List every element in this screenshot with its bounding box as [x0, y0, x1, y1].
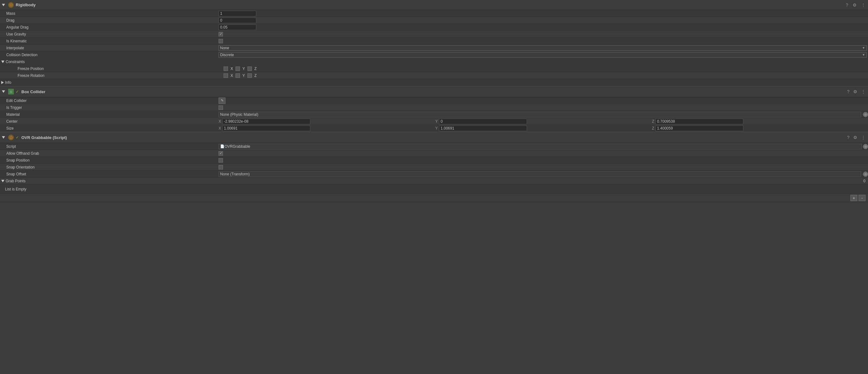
size-z-segment: Z [652, 126, 868, 131]
freeze-rot-x-checkbox[interactable] [224, 73, 228, 78]
freeze-rotation-value: X Y Z [224, 73, 868, 78]
center-y-input[interactable] [439, 118, 527, 124]
is-kinematic-checkbox[interactable] [219, 39, 223, 43]
rigidbody-help-icon[interactable]: ? [845, 2, 849, 8]
edit-collider-button[interactable]: ✎ [219, 98, 225, 104]
box-collider-more-icon[interactable]: ⋮ [861, 89, 866, 95]
constraints-arrow [1, 61, 4, 63]
interpolate-row: Interpolate None ▼ [0, 44, 868, 52]
freeze-position-label: Freeze Position [10, 67, 224, 71]
ovr-grabbable-icon: ⬡ [8, 135, 14, 140]
collision-detection-dropdown[interactable]: Discrete ▼ [219, 52, 867, 58]
constraints-toggle[interactable]: Constraints [1, 60, 25, 64]
info-header-row: Info [0, 79, 868, 86]
angular-drag-value-container [219, 25, 868, 30]
center-label: Center [5, 119, 219, 124]
rigidbody-collapse-arrow[interactable] [2, 4, 5, 6]
freeze-rotation-label: Freeze Rotation [10, 73, 224, 78]
collision-detection-arrow: ▼ [862, 53, 865, 57]
freeze-pos-x-checkbox[interactable] [224, 67, 228, 71]
mass-input[interactable] [219, 11, 256, 16]
constraints-label: Constraints [6, 60, 25, 64]
freeze-pos-y-checkbox[interactable] [236, 67, 240, 71]
center-z-label: Z [652, 119, 654, 124]
center-y-segment: Y [435, 118, 651, 124]
use-gravity-checkbox[interactable] [219, 32, 223, 36]
snap-orientation-value [219, 165, 868, 169]
ovr-grabbable-help-icon[interactable]: ? [846, 134, 850, 141]
interpolate-label: Interpolate [5, 46, 219, 50]
material-target-button[interactable]: ◎ [863, 112, 868, 117]
box-collider-enabled-check[interactable]: ✓ [16, 90, 19, 94]
size-y-input[interactable] [439, 126, 527, 131]
snap-offset-value-container: None (Transform) ◎ [219, 171, 868, 177]
interpolate-arrow: ▼ [862, 46, 865, 49]
freeze-rot-z-checkbox[interactable] [247, 73, 252, 78]
snap-position-checkbox[interactable] [219, 158, 223, 163]
remove-grab-point-button[interactable]: - [859, 195, 866, 201]
allow-offhand-grab-checkbox[interactable] [219, 151, 223, 156]
add-remove-row: + - [0, 194, 868, 202]
box-collider-settings-icon[interactable]: ⚙ [852, 89, 858, 95]
add-grab-point-button[interactable]: + [850, 195, 857, 201]
center-x-input[interactable] [222, 118, 310, 124]
interpolate-value-container: None ▼ [219, 45, 868, 51]
center-x-label: X [219, 119, 221, 124]
snap-position-value [219, 158, 868, 163]
list-empty-label: List is Empty [5, 187, 26, 192]
is-kinematic-label: Is Kinematic [5, 39, 219, 43]
freeze-pos-x-label: X [230, 67, 233, 71]
box-collider-title: Box Collider [21, 90, 45, 94]
snap-offset-field: None (Transform) [219, 171, 861, 177]
box-collider-header: □ ✓ Box Collider ? ⚙ ⋮ [0, 86, 868, 97]
mass-label: Mass [5, 11, 219, 16]
use-gravity-value-container [219, 32, 868, 36]
freeze-pos-z-checkbox[interactable] [247, 67, 252, 71]
collision-detection-value: Discrete [220, 53, 234, 57]
script-value-text: OVRGrabbable [224, 144, 250, 149]
material-label: Material [5, 112, 219, 117]
script-value-container: 📄 OVRGrabbable ◎ [219, 144, 868, 149]
grab-points-header-row: Grab Points 0 [0, 178, 868, 184]
grab-points-toggle[interactable]: Grab Points [1, 179, 863, 183]
angular-drag-row: Angular Drag [0, 24, 868, 31]
is-trigger-row: Is Trigger [0, 104, 868, 111]
script-target-button[interactable]: ◎ [863, 144, 868, 149]
material-value-container: None (Physic Material) ◎ [219, 112, 868, 117]
box-collider-collapse-arrow[interactable] [2, 90, 5, 93]
snap-offset-target-button[interactable]: ◎ [863, 172, 868, 177]
script-row: Script 📄 OVRGrabbable ◎ [0, 143, 868, 150]
ovr-grabbable-more-icon[interactable]: ⋮ [861, 134, 866, 141]
drag-input[interactable] [219, 18, 256, 23]
rigidbody-more-icon[interactable]: ⋮ [861, 2, 866, 8]
rigidbody-settings-icon[interactable]: ⚙ [852, 2, 857, 8]
script-value-group: 📄 OVRGrabbable ◎ [219, 144, 868, 149]
info-label: Info [5, 80, 11, 85]
freeze-rotation-group: X Y Z [224, 73, 256, 78]
edit-collider-row: Edit Collider ✎ [0, 97, 868, 104]
ovr-grabbable-enabled-check[interactable]: ✓ [16, 135, 19, 140]
center-z-input[interactable] [655, 118, 743, 124]
interpolate-dropdown[interactable]: None ▼ [219, 45, 867, 51]
angular-drag-input[interactable] [219, 25, 256, 30]
info-toggle[interactable]: Info [1, 80, 11, 85]
freeze-position-row: Freeze Position X Y Z [0, 65, 868, 72]
is-trigger-checkbox[interactable] [219, 105, 223, 110]
ovr-grabbable-settings-icon[interactable]: ⚙ [852, 134, 858, 141]
freeze-rot-y-checkbox[interactable] [236, 73, 240, 78]
collision-detection-row: Collision Detection Discrete ▼ [0, 52, 868, 58]
list-empty-row: List is Empty [0, 184, 868, 194]
size-value-container: X Y Z [219, 126, 868, 131]
grab-points-label: Grab Points [6, 179, 25, 183]
snap-offset-row: Snap Offset None (Transform) ◎ [0, 171, 868, 178]
snap-position-row: Snap Position [0, 157, 868, 164]
drag-row: Drag [0, 17, 868, 24]
size-z-input[interactable] [655, 126, 743, 131]
ovr-grabbable-collapse-arrow[interactable] [2, 136, 5, 139]
size-x-input[interactable] [222, 126, 310, 131]
center-z-segment: Z [652, 118, 868, 124]
material-field: None (Physic Material) [219, 112, 861, 117]
edit-collider-value: ✎ [219, 98, 868, 104]
snap-orientation-checkbox[interactable] [219, 165, 223, 169]
box-collider-help-icon[interactable]: ? [846, 89, 850, 95]
